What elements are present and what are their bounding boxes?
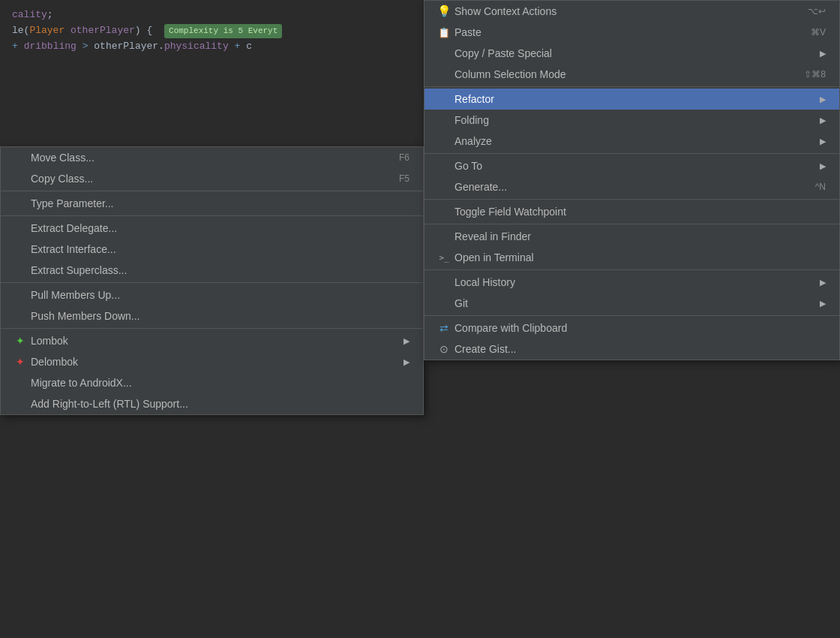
menu-label: Migrate to AndroidX... (14, 377, 132, 389)
menu-separator (1, 191, 423, 191)
extract-superclass-icon (14, 264, 26, 276)
menu-label: Refactor (438, 93, 494, 105)
menu-label: 📋 Paste (438, 26, 482, 38)
delombok-icon: ✦ (14, 356, 26, 368)
menu-item-text: Git (454, 297, 468, 309)
menu-item-git[interactable]: Git ▶ (424, 293, 839, 314)
shortcut-label: ⌘V (811, 27, 826, 38)
menu-item-text: Column Selection Mode (454, 68, 566, 80)
code-line-2: le(Player otherPlayer) { Complexity is 5… (12, 23, 412, 39)
menu-item-paste[interactable]: 📋 Paste ⌘V (424, 22, 839, 43)
menu-item-push-members-down[interactable]: Push Members Down... (1, 305, 423, 327)
menu-item-type-parameter[interactable]: Type Parameter... (1, 193, 423, 214)
menu-item-extract-superclass[interactable]: Extract Superclass... (1, 260, 423, 281)
menu-item-delombok[interactable]: ✦ Delombok ▶ (1, 351, 423, 372)
menu-item-text: Extract Interface... (31, 243, 116, 255)
shortcut-label: F5 (399, 173, 410, 184)
menu-item-folding[interactable]: Folding ▶ (424, 110, 839, 131)
menu-separator (424, 199, 839, 200)
go-to-icon (438, 160, 450, 172)
menu-label: 💡 Show Context Actions (438, 5, 556, 17)
menu-label: Go To (438, 160, 482, 172)
reveal-in-finder-icon (438, 230, 450, 242)
menu-label: Move Class... (14, 152, 94, 164)
menu-label: ⊙ Create Gist... (438, 343, 516, 355)
copy-class-icon (14, 173, 26, 185)
github-icon: ⊙ (438, 343, 450, 355)
menu-item-generate[interactable]: Generate... ^N (424, 176, 839, 197)
shortcut-label: ⌥↩ (808, 6, 826, 17)
code-line-1: cality; (12, 8, 412, 23)
code-editor: cality; le(Player otherPlayer) { Complex… (0, 0, 424, 150)
column-selection-mode-icon (438, 68, 450, 80)
menu-item-compare-with-clipboard[interactable]: ⇄ Compare with Clipboard (424, 317, 839, 339)
menu-item-text: Delombok (31, 356, 78, 368)
menu-separator (1, 282, 423, 283)
extract-delegate-icon (14, 222, 26, 234)
menu-label: Extract Interface... (14, 243, 116, 255)
menu-separator (424, 269, 839, 270)
copy-paste-special-icon (438, 47, 450, 59)
menu-label: Pull Members Up... (14, 289, 120, 301)
generate-icon (438, 181, 450, 193)
menu-item-toggle-field-watchpoint[interactable]: Toggle Field Watchpoint (424, 201, 839, 222)
menu-item-column-selection-mode[interactable]: Column Selection Mode ⇧⌘8 (424, 64, 839, 85)
menu-label: >_ Open in Terminal (438, 251, 534, 263)
menu-item-text: Local History (454, 276, 515, 288)
menu-label: ✦ Delombok (14, 356, 78, 368)
menu-label: Toggle Field Watchpoint (438, 206, 566, 218)
menu-item-text: Show Context Actions (454, 5, 556, 17)
pull-members-up-icon (14, 289, 26, 301)
git-icon (438, 297, 450, 309)
menu-separator (424, 153, 839, 154)
menu-item-text: Extract Delegate... (31, 222, 117, 234)
menu-item-text: Lombok (31, 335, 68, 347)
menu-item-text: Go To (454, 160, 482, 172)
menu-item-reveal-in-finder[interactable]: Reveal in Finder (424, 226, 839, 247)
menu-item-text: Refactor (454, 93, 494, 105)
add-rtl-icon (14, 398, 26, 410)
menu-item-extract-delegate[interactable]: Extract Delegate... (1, 218, 423, 239)
menu-label: Copy / Paste Special (438, 47, 552, 59)
complexity-badge: Complexity is 5 Everyt (164, 24, 282, 39)
menu-label: ✦ Lombok (14, 335, 68, 347)
menu-item-refactor[interactable]: Refactor ▶ (424, 89, 839, 110)
toggle-field-watchpoint-icon (438, 206, 450, 218)
menu-item-text: Push Members Down... (31, 310, 140, 322)
menu-item-migrate-androidx[interactable]: Migrate to AndroidX... (1, 372, 423, 393)
menu-item-text: Copy / Paste Special (454, 47, 552, 59)
menu-item-analyze[interactable]: Analyze ▶ (424, 131, 839, 152)
menu-item-move-class[interactable]: Move Class... F6 (1, 147, 423, 168)
left-context-menu: Move Class... F6 Copy Class... F5 Type P… (0, 146, 424, 415)
code-line-3: + dribbling > otherPlayer.physicality + … (12, 39, 412, 55)
menu-separator (1, 215, 423, 216)
menu-item-open-in-terminal[interactable]: >_ Open in Terminal (424, 247, 839, 268)
menu-item-create-gist[interactable]: ⊙ Create Gist... (424, 339, 839, 360)
menu-item-text: Extract Superclass... (31, 264, 127, 276)
menu-separator (1, 328, 423, 329)
clipboard-icon: 📋 (438, 26, 450, 38)
menu-item-text: Folding (454, 114, 489, 126)
menu-item-local-history[interactable]: Local History ▶ (424, 272, 839, 293)
submenu-arrow: ▶ (820, 137, 826, 146)
menu-item-go-to[interactable]: Go To ▶ (424, 155, 839, 176)
menu-item-copy-class[interactable]: Copy Class... F5 (1, 168, 423, 189)
menu-label: Extract Delegate... (14, 222, 117, 234)
menu-item-lombok[interactable]: ✦ Lombok ▶ (1, 330, 423, 351)
menu-item-add-rtl[interactable]: Add Right-to-Left (RTL) Support... (1, 393, 423, 414)
folding-icon (438, 114, 450, 126)
extract-interface-icon (14, 243, 26, 255)
menu-item-extract-interface[interactable]: Extract Interface... (1, 239, 423, 260)
menu-item-pull-members-up[interactable]: Pull Members Up... (1, 284, 423, 305)
submenu-arrow: ▶ (820, 161, 826, 171)
menu-item-text: Copy Class... (31, 173, 93, 185)
menu-item-text: Analyze (454, 135, 492, 147)
menu-label: Generate... (438, 181, 507, 193)
menu-item-text: Pull Members Up... (31, 289, 120, 301)
menu-item-show-context-actions[interactable]: 💡 Show Context Actions ⌥↩ (424, 1, 839, 22)
shortcut-label: ^N (815, 182, 826, 192)
shortcut-label: ⇧⌘8 (804, 69, 826, 80)
menu-item-copy-paste-special[interactable]: Copy / Paste Special ▶ (424, 43, 839, 64)
menu-label: Column Selection Mode (438, 68, 566, 80)
menu-label: ⇄ Compare with Clipboard (438, 322, 567, 334)
